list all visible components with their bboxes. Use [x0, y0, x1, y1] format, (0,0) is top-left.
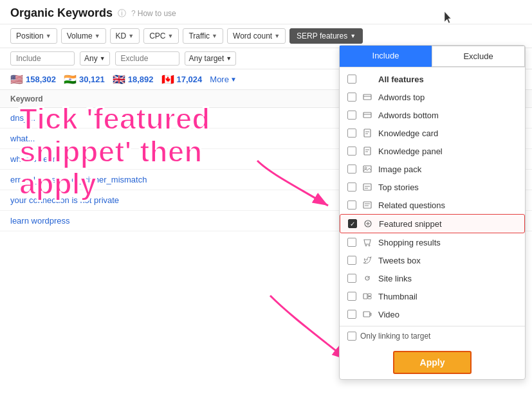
serp-item-all_features[interactable]: All features — [340, 70, 525, 88]
apply-button[interactable]: Apply — [393, 351, 472, 374]
us-flag: 🇺🇸 — [10, 73, 23, 85]
tab-include[interactable]: Include — [340, 46, 432, 67]
serp-item-related_questions[interactable]: Related questions — [340, 196, 525, 214]
keyword-cell[interactable]: your connection is not private — [10, 195, 348, 205]
video-icon — [362, 308, 373, 320]
chevron-down-icon: ▼ — [46, 33, 51, 39]
include-input[interactable] — [10, 51, 75, 66]
gb-flag: 🇬🇧 — [113, 73, 125, 85]
keyword-col-header: Keyword — [10, 94, 374, 103]
serp-item-featured_snippet[interactable]: Featured snippet — [340, 214, 525, 233]
serp-item-site_links[interactable]: Site links — [340, 269, 525, 287]
image_pack-label: Image pack — [378, 165, 517, 174]
any-target-dropdown[interactable]: Any target ▼ — [185, 51, 237, 66]
tweets_box-label: Tweets box — [378, 256, 517, 265]
top_stories-checkbox[interactable] — [347, 183, 356, 192]
snippet-icon — [362, 218, 374, 229]
all_features-checkbox[interactable] — [347, 75, 356, 84]
none-icon — [362, 73, 373, 85]
serp-item-image_pack[interactable]: Image pack — [340, 160, 525, 178]
site_links-checkbox[interactable] — [347, 274, 356, 283]
knowledge_card-checkbox[interactable] — [347, 129, 356, 138]
serp-item-shopping_results[interactable]: Shopping results — [340, 233, 525, 251]
exclude-input[interactable] — [115, 51, 179, 66]
serp-item-top_stories[interactable]: Top stories — [340, 178, 525, 196]
tweets_box-checkbox[interactable] — [347, 256, 356, 265]
country-us[interactable]: 🇺🇸 158,302 — [10, 73, 56, 85]
knowledge-icon — [362, 127, 373, 139]
knowledge-icon — [362, 145, 373, 157]
thumbnail-icon — [362, 290, 373, 302]
volume-filter[interactable]: Volume ▼ — [61, 28, 106, 44]
kd-filter[interactable]: KD ▼ — [110, 28, 140, 44]
help-link[interactable]: ? How to use — [131, 9, 176, 18]
keyword-cell[interactable]: what... — [10, 134, 348, 143]
knowledge_panel-label: Knowledge panel — [378, 147, 517, 156]
panel-tabs: Include Exclude — [340, 46, 525, 67]
country-ca[interactable]: 🇨🇦 17,024 — [161, 73, 203, 85]
svg-rect-4 — [363, 112, 371, 118]
knowledge_card-label: Knowledge card — [378, 129, 517, 138]
keyword-cell[interactable]: learn wordpress — [10, 216, 348, 226]
serp-item-tweets_box[interactable]: Tweets box — [340, 251, 525, 269]
featured_snippet-label: Featured snippet — [379, 219, 517, 229]
site_links-label: Site links — [378, 274, 517, 283]
questions-icon — [362, 199, 373, 211]
related_questions-checkbox[interactable] — [347, 201, 356, 209]
featured_snippet-checkbox[interactable] — [348, 219, 357, 228]
serp-feature-list: All features Adwords top Adwords bottom … — [340, 67, 525, 326]
serp-features-filter[interactable]: SERP features ▼ — [289, 28, 363, 44]
svg-rect-29 — [368, 297, 371, 299]
serp-item-adwords_bottom[interactable]: Adwords bottom — [340, 106, 525, 124]
serp-item-knowledge_panel[interactable]: Knowledge panel — [340, 142, 525, 160]
image_pack-checkbox[interactable] — [347, 165, 356, 174]
svg-rect-27 — [363, 294, 367, 299]
only-linking-checkbox[interactable] — [347, 332, 356, 341]
any-dropdown[interactable]: Any ▼ — [80, 51, 110, 66]
sitelinks-icon — [362, 272, 373, 284]
country-in[interactable]: 🇮🇳 30,121 — [64, 73, 105, 85]
serp-features-panel: Include Exclude All features Adwords top… — [339, 45, 526, 380]
keyword-cell[interactable]: dns_... — [10, 113, 348, 123]
keyword-cell[interactable]: err_ssl_version_or_cipher_mismatch — [10, 175, 348, 184]
related_questions-label: Related questions — [378, 201, 517, 210]
image-icon — [362, 163, 373, 175]
traffic-filter[interactable]: Traffic ▼ — [183, 28, 223, 44]
serp-item-video[interactable]: Video — [340, 305, 525, 323]
info-icon: ⓘ — [118, 8, 126, 19]
serp-item-knowledge_card[interactable]: Knowledge card — [340, 124, 525, 142]
ca-flag: 🇨🇦 — [161, 73, 174, 85]
panel-footer: Only linking to target — [340, 326, 525, 346]
svg-rect-2 — [363, 94, 371, 100]
thumbnail-checkbox[interactable] — [347, 292, 356, 301]
chevron-down-icon: ▼ — [100, 55, 105, 62]
svg-point-23 — [365, 245, 367, 246]
video-label: Video — [378, 310, 517, 319]
adwords-icon — [362, 109, 373, 121]
adwords_top-label: Adwords top — [378, 93, 517, 102]
svg-rect-9 — [364, 147, 371, 155]
chevron-down-icon: ▼ — [128, 33, 134, 39]
shopping_results-checkbox[interactable] — [347, 238, 356, 247]
thumbnail-label: Thumbnail — [378, 292, 517, 301]
adwords-icon — [362, 91, 373, 103]
video-checkbox[interactable] — [347, 310, 356, 319]
adwords_top-checkbox[interactable] — [347, 93, 356, 102]
svg-point-13 — [365, 167, 367, 169]
tab-exclude[interactable]: Exclude — [432, 46, 525, 67]
serp-item-adwords_top[interactable]: Adwords top — [340, 88, 525, 106]
chevron-down-icon: ▼ — [230, 76, 237, 83]
more-button[interactable]: More ▼ — [210, 75, 237, 84]
chevron-down-icon: ▼ — [168, 33, 174, 39]
knowledge_panel-checkbox[interactable] — [347, 147, 356, 156]
cpc-filter[interactable]: CPC ▼ — [143, 28, 179, 44]
only-linking-option[interactable]: Only linking to target — [347, 332, 430, 341]
word-count-filter[interactable]: Word count ▼ — [227, 28, 286, 44]
adwords_bottom-checkbox[interactable] — [347, 111, 356, 120]
keyword-cell[interactable]: white screen — [10, 154, 348, 164]
serp-item-thumbnail[interactable]: Thumbnail — [340, 287, 525, 305]
position-filter[interactable]: Position ▼ — [10, 28, 57, 44]
top_stories-label: Top stories — [378, 183, 517, 192]
shopping_results-label: Shopping results — [378, 238, 517, 247]
country-gb[interactable]: 🇬🇧 18,892 — [113, 73, 154, 85]
